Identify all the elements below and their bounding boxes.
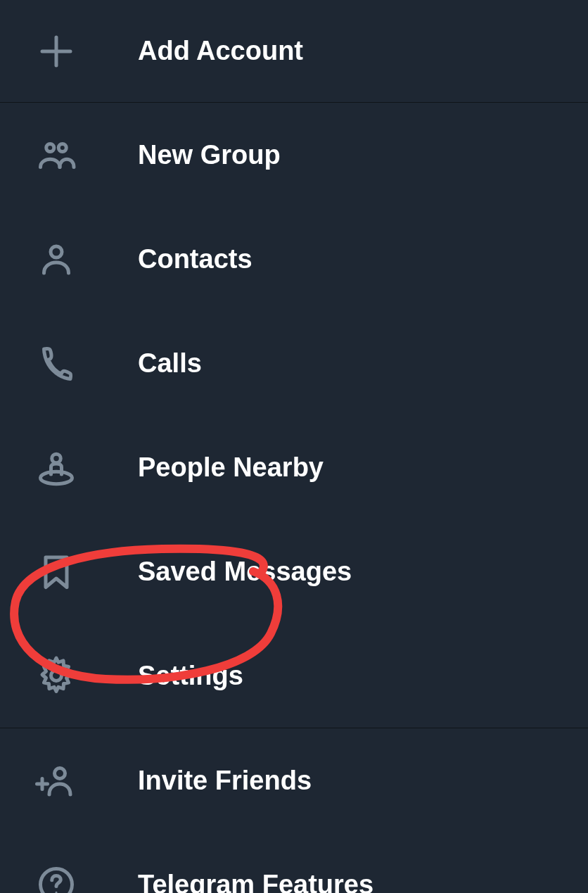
saved-messages-item[interactable]: Saved Messages [0, 519, 588, 623]
saved-messages-label: Saved Messages [138, 557, 352, 587]
settings-item[interactable]: Settings [0, 623, 588, 728]
svg-point-1 [58, 144, 66, 152]
person-icon [35, 238, 138, 280]
new-group-item[interactable]: New Group [0, 103, 588, 207]
invite-friends-label: Invite Friends [138, 766, 312, 796]
add-account-label: Add Account [138, 36, 303, 66]
gear-icon [35, 654, 138, 697]
main-section: New Group Contacts Calls [0, 103, 588, 728]
help-icon [35, 863, 138, 893]
footer-section: Invite Friends Telegram Features [0, 728, 588, 893]
people-nearby-label: People Nearby [138, 452, 324, 483]
svg-point-2 [51, 246, 62, 258]
calls-label: Calls [138, 348, 202, 379]
contacts-item[interactable]: Contacts [0, 207, 588, 311]
invite-icon [35, 759, 138, 802]
group-icon [35, 134, 138, 176]
plus-icon [35, 30, 138, 72]
phone-icon [35, 342, 138, 384]
telegram-features-item[interactable]: Telegram Features [0, 832, 588, 893]
svg-point-4 [52, 454, 61, 463]
drawer-menu: Add Account New Group [0, 0, 588, 893]
invite-friends-item[interactable]: Invite Friends [0, 728, 588, 832]
calls-item[interactable]: Calls [0, 311, 588, 415]
account-section: Add Account [0, 0, 588, 102]
bookmark-icon [35, 550, 138, 593]
svg-point-3 [41, 471, 72, 484]
people-nearby-item[interactable]: People Nearby [0, 415, 588, 519]
svg-point-6 [55, 768, 65, 779]
settings-label: Settings [138, 661, 243, 691]
svg-point-0 [46, 144, 54, 152]
add-account-item[interactable]: Add Account [0, 0, 588, 102]
svg-point-7 [41, 869, 72, 894]
contacts-label: Contacts [138, 244, 253, 274]
telegram-features-label: Telegram Features [138, 870, 373, 894]
svg-point-5 [51, 671, 62, 681]
new-group-label: New Group [138, 140, 281, 170]
people-nearby-icon [35, 446, 138, 488]
